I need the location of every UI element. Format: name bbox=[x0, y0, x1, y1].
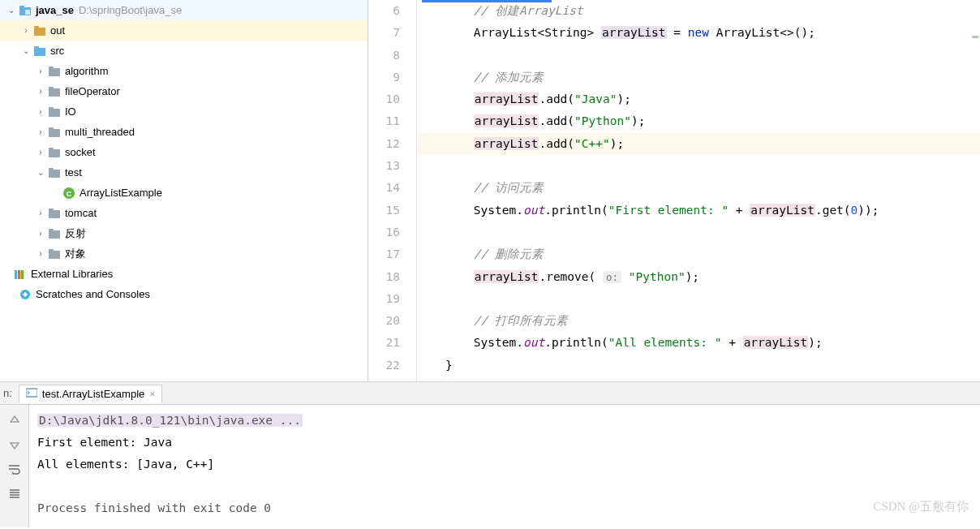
folder-grey-icon bbox=[47, 166, 62, 179]
tree-label: Scratches and Consoles bbox=[36, 288, 150, 300]
tree-item-fileoperator[interactable]: ›fileOperator bbox=[0, 81, 368, 101]
tree-item-multi_threaded[interactable]: ›multi_threaded bbox=[0, 122, 368, 142]
svg-rect-23 bbox=[49, 230, 60, 239]
tree-item-java_se[interactable]: ⌄java_seD:\springBoot\java_se bbox=[0, 0, 368, 20]
tree-label: fileOperator bbox=[65, 85, 120, 97]
gutter-line-number: 14 bbox=[368, 177, 400, 199]
code-line[interactable]: arrayList.add("Java"); bbox=[417, 88, 980, 110]
svg-rect-14 bbox=[49, 127, 54, 130]
code-line[interactable]: // 添加元素 bbox=[417, 67, 980, 88]
tree-label: External Libraries bbox=[31, 268, 113, 280]
gutter-line-number: 18 bbox=[368, 266, 400, 288]
svg-rect-17 bbox=[49, 170, 60, 178]
tree-arrow-icon[interactable]: › bbox=[34, 209, 47, 217]
folder-grey-icon bbox=[47, 105, 62, 118]
svg-rect-5 bbox=[34, 48, 45, 56]
gutter-line-number: 8 bbox=[368, 45, 400, 67]
code-line[interactable]: arrayList.remove( o: "Python"); bbox=[417, 266, 980, 288]
tree-item-test[interactable]: ⌄test bbox=[0, 162, 368, 183]
arrow-up-icon[interactable] bbox=[5, 411, 24, 429]
code-line[interactable]: // 打印所有元素 bbox=[417, 310, 980, 332]
tree-item-scratches-and-consoles[interactable]: ›Scratches and Consoles bbox=[0, 284, 368, 304]
code-line[interactable] bbox=[417, 288, 980, 310]
tree-label: tomcat bbox=[65, 207, 97, 219]
code-line[interactable]: // 创建ArrayList bbox=[417, 0, 980, 22]
code-editor[interactable]: 678910111213141516171819202122 // 创建Arra… bbox=[368, 0, 980, 381]
tree-arrow-icon[interactable]: ⌄ bbox=[34, 168, 47, 177]
tree-item-algorithm[interactable]: ›algorithm bbox=[0, 61, 368, 81]
libs-icon bbox=[13, 268, 28, 281]
run-tab-active[interactable]: test.ArrayListExample × bbox=[19, 385, 162, 403]
tree-arrow-icon[interactable]: › bbox=[34, 87, 47, 96]
svg-rect-7 bbox=[49, 68, 60, 76]
code-line[interactable]: arrayList.add("Python"); bbox=[417, 110, 980, 132]
svg-rect-26 bbox=[49, 249, 54, 252]
code-line[interactable] bbox=[417, 45, 980, 67]
tree-arrow-icon[interactable]: ⌄ bbox=[19, 46, 32, 55]
svg-text:C: C bbox=[67, 189, 72, 197]
svg-rect-4 bbox=[34, 26, 39, 28]
tree-label: 反射 bbox=[65, 226, 86, 241]
tree-arrow-icon[interactable]: › bbox=[34, 249, 47, 258]
gutter-line-number: 10 bbox=[368, 88, 400, 110]
tree-arrow-icon[interactable]: › bbox=[19, 26, 32, 35]
gutter-line-number: 20 bbox=[368, 310, 400, 332]
tree-arrow-icon[interactable]: › bbox=[34, 148, 47, 157]
tree-path: D:\springBoot\java_se bbox=[79, 4, 182, 16]
code-line[interactable]: ArrayList<String> arrayList = new ArrayL… bbox=[417, 22, 980, 44]
gutter-line-number: 11 bbox=[368, 110, 400, 132]
folder-grey-icon bbox=[47, 207, 62, 220]
editor-gutter: 678910111213141516171819202122 bbox=[368, 0, 417, 381]
folder-grey-icon bbox=[47, 146, 62, 159]
tree-label: 对象 bbox=[65, 247, 86, 261]
console-line bbox=[37, 475, 972, 497]
watermark-text: CSDN @五敷有你 bbox=[873, 499, 969, 514]
tree-item-io[interactable]: ›IO bbox=[0, 101, 368, 122]
gutter-line-number: 17 bbox=[368, 243, 400, 265]
tree-item-external-libraries[interactable]: ›External Libraries bbox=[0, 264, 368, 284]
tree-arrow-icon[interactable]: › bbox=[34, 127, 47, 136]
run-tab-label: test.ArrayListExample bbox=[42, 388, 144, 400]
code-line[interactable]: System.out.println("All elements: " + ar… bbox=[417, 332, 980, 354]
tree-item-tomcat[interactable]: ›tomcat bbox=[0, 203, 368, 223]
svg-rect-18 bbox=[49, 168, 54, 170]
tree-item-反射[interactable]: ›反射 bbox=[0, 223, 368, 243]
gutter-line-number: 16 bbox=[368, 221, 400, 243]
tree-item-arraylistexample[interactable]: CArrayListExample bbox=[0, 183, 368, 203]
tree-arrow-icon[interactable]: ⌄ bbox=[5, 6, 18, 15]
active-tab-indicator bbox=[422, 0, 552, 2]
gutter-line-number: 21 bbox=[368, 332, 400, 354]
tree-item-src[interactable]: ⌄src bbox=[0, 41, 368, 61]
code-line[interactable] bbox=[417, 221, 980, 243]
console-body: D:\Java\jdk1.8.0_121\bin\java.exe ...Fir… bbox=[0, 405, 980, 527]
svg-rect-6 bbox=[34, 46, 39, 49]
main-split: ⌄java_seD:\springBoot\java_se›out⌄src›al… bbox=[0, 0, 980, 381]
editor-scrollbar[interactable] bbox=[970, 3, 980, 376]
tree-item-out[interactable]: ›out bbox=[0, 20, 368, 41]
svg-rect-22 bbox=[49, 209, 54, 211]
project-tree[interactable]: ⌄java_seD:\springBoot\java_se›out⌄src›al… bbox=[0, 0, 368, 381]
editor-code-area[interactable]: // 创建ArrayList ArrayList<String> arrayLi… bbox=[417, 0, 980, 381]
gutter-line-number: 6 bbox=[368, 0, 400, 22]
arrow-down-icon[interactable] bbox=[5, 436, 24, 454]
console-line: All elements: [Java, C++] bbox=[37, 454, 972, 475]
tree-label: test bbox=[65, 166, 82, 178]
tree-item-对象[interactable]: ›对象 bbox=[0, 243, 368, 264]
tree-arrow-icon[interactable]: › bbox=[34, 107, 47, 116]
code-line[interactable]: arrayList.add("C++"); bbox=[417, 133, 980, 155]
code-line[interactable]: // 删除元素 bbox=[417, 243, 980, 265]
code-line[interactable] bbox=[417, 155, 980, 177]
folder-grey-icon bbox=[47, 126, 62, 139]
close-icon[interactable]: × bbox=[149, 389, 155, 400]
tree-item-socket[interactable]: ›socket bbox=[0, 142, 368, 162]
code-line[interactable]: } bbox=[417, 355, 980, 376]
svg-rect-8 bbox=[49, 67, 54, 69]
scroll-to-end-icon[interactable] bbox=[5, 484, 24, 502]
tree-arrow-icon[interactable]: › bbox=[34, 67, 47, 75]
svg-rect-12 bbox=[49, 107, 54, 110]
code-line[interactable]: // 访问元素 bbox=[417, 177, 980, 199]
soft-wrap-icon[interactable] bbox=[5, 460, 24, 478]
tree-arrow-icon[interactable]: › bbox=[34, 229, 47, 238]
code-line[interactable]: System.out.println("First element: " + a… bbox=[417, 200, 980, 221]
console-output[interactable]: D:\Java\jdk1.8.0_121\bin\java.exe ...Fir… bbox=[29, 405, 980, 527]
